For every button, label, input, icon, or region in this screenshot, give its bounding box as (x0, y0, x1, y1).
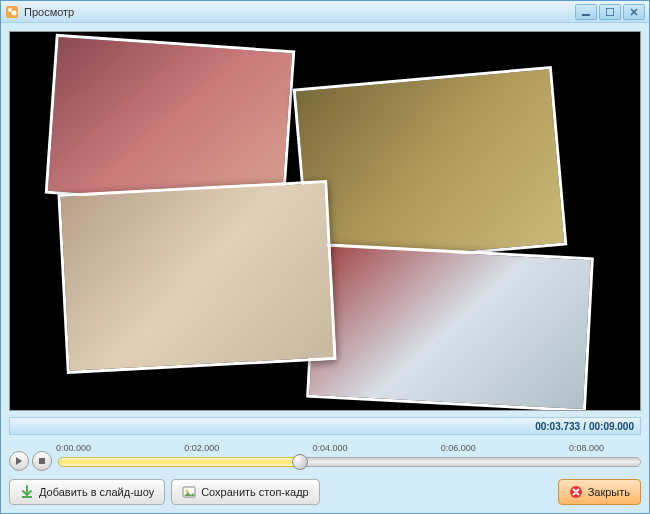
collage-photo (306, 243, 594, 411)
time-separator: / (583, 421, 586, 432)
button-label: Закрыть (588, 486, 630, 498)
tick-label: 0:02.000 (184, 443, 219, 453)
total-time: 00:09.000 (589, 421, 634, 432)
video-preview[interactable] (9, 31, 641, 411)
collage-photo (293, 66, 568, 268)
download-arrow-icon (20, 485, 34, 499)
bottom-toolbar: Добавить в слайд-шоу Сохранить стоп-кадр… (9, 479, 641, 505)
preview-window: Просмотр 00:03.733 / 00:09.000 (0, 0, 650, 514)
svg-point-2 (12, 10, 17, 15)
maximize-button[interactable] (599, 4, 621, 20)
svg-rect-5 (39, 458, 45, 464)
playback-controls (9, 451, 52, 471)
tick-labels: 0:00.000 0:02.000 0:04.000 0:06.000 0:08… (58, 443, 641, 453)
svg-point-1 (8, 8, 12, 12)
close-window-button[interactable] (623, 4, 645, 20)
collage-photo (57, 180, 336, 374)
svg-rect-6 (22, 496, 32, 498)
image-icon (182, 485, 196, 499)
tick-label: 0:08.000 (569, 443, 604, 453)
button-label: Сохранить стоп-кадр (201, 486, 309, 498)
play-button[interactable] (9, 451, 29, 471)
close-button[interactable]: Закрыть (558, 479, 641, 505)
time-display: 00:03.733 / 00:09.000 (9, 417, 641, 435)
tick-label: 0:00.000 (56, 443, 91, 453)
window-title: Просмотр (24, 6, 575, 18)
current-time: 00:03.733 (535, 421, 580, 432)
add-to-slideshow-button[interactable]: Добавить в слайд-шоу (9, 479, 165, 505)
window-controls (575, 4, 645, 20)
svg-point-8 (186, 490, 189, 493)
playhead[interactable] (292, 454, 308, 470)
app-icon (5, 5, 19, 19)
tick-label: 0:06.000 (441, 443, 476, 453)
minimize-button[interactable] (575, 4, 597, 20)
timeline-progress (58, 457, 300, 467)
stop-button[interactable] (32, 451, 52, 471)
timeline[interactable]: 0:00.000 0:02.000 0:04.000 0:06.000 0:08… (58, 443, 641, 471)
svg-rect-4 (606, 8, 614, 16)
tick-label: 0:04.000 (313, 443, 348, 453)
save-frame-button[interactable]: Сохранить стоп-кадр (171, 479, 320, 505)
button-label: Добавить в слайд-шоу (39, 486, 154, 498)
titlebar: Просмотр (1, 1, 649, 23)
close-circle-icon (569, 485, 583, 499)
content-area: 00:03.733 / 00:09.000 0:00.000 0:02.000 … (1, 23, 649, 513)
timeline-row: 0:00.000 0:02.000 0:04.000 0:06.000 0:08… (9, 441, 641, 473)
svg-rect-3 (582, 14, 590, 16)
